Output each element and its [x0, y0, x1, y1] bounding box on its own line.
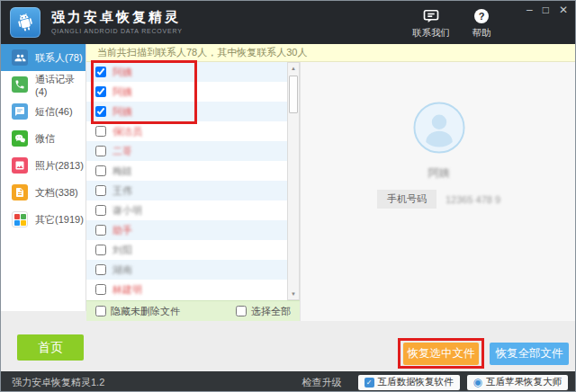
home-button[interactable]: 首页 [17, 334, 84, 361]
contact-checkbox[interactable] [95, 205, 106, 216]
contact-row[interactable]: 湖南 [86, 260, 287, 280]
sidebar: 联系人(78) 通话记录(4) 短信(46) 微信 照片(2813) [1, 44, 86, 311]
hide-undeleted-input[interactable] [95, 306, 106, 316]
version-label: 强力安卓恢复精灵1.2 [12, 376, 104, 389]
chat-icon [422, 6, 440, 25]
titlebar: 强力安卓恢复精灵 QIANGLI ANDROID DATA RECOVERY 联… [1, 1, 575, 44]
list-footer: 隐藏未删除文件 选择全部 [86, 300, 300, 321]
select-all-label: 选择全部 [251, 305, 291, 318]
contact-row[interactable]: 阿姨 [86, 62, 287, 82]
hide-undeleted-checkbox[interactable]: 隐藏未删除文件 [95, 305, 180, 318]
contact-row[interactable]: 谢小明 [86, 200, 287, 220]
contact-name: 保洁员 [112, 125, 142, 138]
contact-us-label: 联系我们 [412, 27, 450, 40]
select-all-input[interactable] [236, 306, 247, 316]
contact-checkbox[interactable] [95, 284, 106, 295]
help-label: 帮助 [472, 27, 491, 40]
contact-checkbox[interactable] [95, 126, 106, 137]
android-icon [11, 8, 40, 37]
contact-row[interactable]: 二哥 [86, 141, 287, 161]
app-subtitle: QIANGLI ANDROID DATA RECOVERY [51, 28, 183, 34]
app-window: 强力安卓恢复精灵 QIANGLI ANDROID DATA RECOVERY 联… [0, 0, 576, 392]
scan-summary-bar: 当前共扫描到联系人78人，其中恢复联系人30人 [86, 44, 576, 62]
close-button[interactable]: ✕ [559, 4, 568, 16]
contact-name: 王伟 [112, 184, 132, 198]
message-icon [12, 103, 28, 120]
sidebar-item-call-log[interactable]: 通话记录(4) [1, 71, 86, 98]
detail-contact-name: 阿姨 [428, 165, 450, 181]
avatar [413, 102, 465, 154]
contact-row[interactable]: 梅姐 [86, 161, 287, 181]
contact-name: 刘阳 [112, 244, 132, 257]
contact-row[interactable]: 王伟 [86, 181, 287, 200]
phone-number: 12365 478 9 [446, 194, 500, 205]
contact-name: 梅姐 [112, 165, 132, 178]
sidebar-label: 短信(46) [35, 105, 73, 119]
help-button[interactable]: ? 帮助 [466, 6, 497, 40]
wechat-icon [12, 130, 28, 147]
contact-checkbox[interactable] [95, 185, 106, 196]
statusbar: 强力安卓恢复精灵1.2 检查升级 ✓ 互盾数据恢复软件 ◉ 互盾苹果恢复大师 [1, 371, 575, 392]
contact-name: 阿姨 [112, 66, 132, 79]
photo-icon [12, 157, 28, 174]
contact-name: 助手 [112, 224, 132, 237]
sidebar-item-sms[interactable]: 短信(46) [1, 98, 86, 125]
sidebar-label: 通话记录(4) [35, 73, 86, 97]
contact-row[interactable]: 保洁员 [86, 121, 287, 141]
contact-us-button[interactable]: 联系我们 [408, 6, 454, 40]
promo1-label: 互盾数据恢复软件 [378, 376, 454, 388]
promo-apple-recovery-button[interactable]: ◉ 互盾苹果恢复大师 [467, 375, 568, 390]
sidebar-item-documents[interactable]: 文档(338) [1, 179, 86, 206]
promo-data-recovery-button[interactable]: ✓ 互盾数据恢复软件 [358, 375, 460, 390]
sidebar-label: 照片(2813) [35, 159, 84, 173]
check-upgrade-link[interactable]: 检查升级 [302, 376, 342, 389]
contact-list: 阿姨 阿姨 阿姨 保洁员 二哥 梅姐 王伟 谢小明 助手 刘阳 湖南 林建明 [86, 62, 287, 300]
contact-checkbox[interactable] [95, 245, 106, 255]
scroll-down-icon[interactable]: ▼ [288, 289, 299, 299]
contact-checkbox[interactable] [95, 146, 106, 156]
app-titles: 强力安卓恢复精灵 QIANGLI ANDROID DATA RECOVERY [51, 9, 183, 34]
contact-list-scrollbar[interactable]: ▲ ▼ [287, 62, 300, 300]
hide-undeleted-label: 隐藏未删除文件 [111, 305, 180, 318]
contact-name: 二哥 [112, 145, 132, 158]
sidebar-label: 其它(1919) [35, 213, 84, 227]
contact-row[interactable]: 助手 [86, 220, 287, 240]
contact-name: 湖南 [112, 263, 132, 277]
contact-name: 林建明 [112, 283, 142, 297]
phone-label: 手机号码 [377, 190, 436, 209]
contact-checkbox[interactable] [95, 264, 106, 275]
sidebar-item-contacts[interactable]: 联系人(78) [1, 44, 86, 71]
app-title: 强力安卓恢复精灵 [51, 9, 183, 25]
scroll-up-icon[interactable]: ▲ [288, 63, 299, 74]
phone-row: 手机号码 12365 478 9 [377, 190, 500, 209]
sidebar-label: 文档(338) [35, 186, 78, 200]
window-controls: – □ ✕ [526, 4, 568, 16]
contact-checkbox[interactable] [95, 67, 106, 77]
contact-row[interactable]: 阿姨 [86, 82, 287, 102]
bullseye-icon: ◉ [473, 378, 482, 388]
shield-check-icon: ✓ [364, 378, 374, 388]
contact-row[interactable]: 刘阳 [86, 240, 287, 260]
scroll-thumb[interactable] [289, 76, 298, 113]
promo2-label: 互盾苹果恢复大师 [486, 376, 562, 388]
select-all-checkbox[interactable]: 选择全部 [236, 305, 291, 318]
app-logo [10, 7, 40, 38]
maximize-button[interactable]: □ [543, 4, 549, 16]
recover-all-button[interactable]: 恢复全部文件 [490, 343, 569, 365]
recover-selected-button[interactable]: 恢复选中文件 [403, 343, 479, 365]
sidebar-item-others[interactable]: 其它(1919) [1, 206, 86, 233]
contact-checkbox[interactable] [95, 165, 106, 176]
phone-icon [12, 76, 28, 93]
contacts-icon [12, 49, 28, 66]
contact-row[interactable]: 林建明 [86, 280, 287, 299]
contact-name: 阿姨 [112, 105, 132, 119]
minimize-button[interactable]: – [526, 4, 533, 16]
sidebar-item-wechat[interactable]: 微信 [1, 125, 86, 152]
contact-checkbox[interactable] [95, 225, 106, 236]
contact-name: 阿姨 [112, 85, 132, 99]
contact-row[interactable]: 阿姨 [86, 102, 287, 121]
sidebar-item-photos[interactable]: 照片(2813) [1, 152, 86, 179]
contact-checkbox[interactable] [95, 106, 106, 117]
sidebar-label: 联系人(78) [35, 51, 83, 65]
contact-checkbox[interactable] [95, 86, 106, 97]
